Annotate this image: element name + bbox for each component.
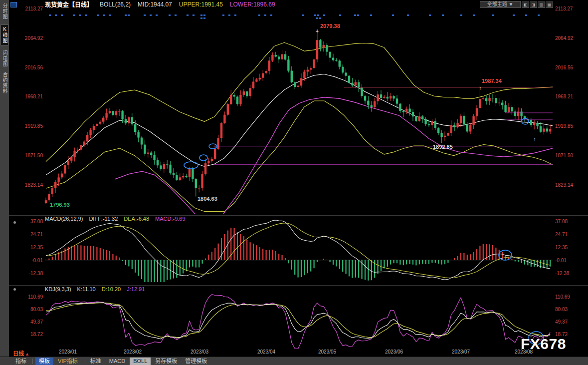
y-axis-label: 1823.14 [14,182,43,188]
svg-text:1796.93: 1796.93 [50,202,70,208]
chart-type-sidebar: 分时图 K线图 闪电图 合约资料 [0,0,9,365]
period-label: 日线 [13,351,24,357]
boll-lower-value: LOWER:1896.69 [230,1,275,8]
macd-axis-label: -0.01 [14,258,43,263]
kdj-axis-label: 49.37 [555,319,584,325]
period-up-icon: ▲ [25,352,29,357]
macd-axis-label: 12.35 [14,245,43,250]
tab-save-template[interactable]: 另存模板 [152,358,181,365]
y-axis-label: 2064.92 [555,35,584,41]
macd-header: MACD(26,12,9) DIFF:-11.32 DEA:-6.48 MACD… [45,216,186,222]
window-layout-icon-1[interactable]: ◧ [522,1,529,8]
y-axis-label: 1968.21 [14,94,43,99]
topbar: 现货黄金【日线】 BOLL(26,2) MID:1944.07 UPPER:19… [45,0,275,8]
y-axis-label: 1823.14 [555,182,584,188]
annotation-overlay: +↑↑2079.381987.341892.851796.931804.63 [49,14,553,345]
boll-upper-value: UPPER:1991.45 [179,1,223,8]
x-axis-label: 2023/05 [318,349,336,355]
kdj-header: KDJ(9,3,3) K:11.10 D:10.20 J:12.91 [45,286,145,292]
boll-settings-label: BOLL(26,2) [100,1,131,8]
y-axis-label: 1871.50 [555,153,584,158]
x-axis-label: 2023/01 [59,349,77,355]
macd-axis-label: 24.71 [555,232,584,237]
macd-axis-label: 12.35 [555,245,584,250]
panel-collapse-handle[interactable] [13,221,16,224]
svg-text:1987.34: 1987.34 [482,78,502,84]
main-price-panel [45,29,553,227]
watermark: FX678 [521,336,566,353]
kdj-axis-label: 110.69 [555,294,584,300]
svg-text:1892.85: 1892.85 [433,144,453,150]
period-selector[interactable]: 日线▲ [13,349,29,357]
kdj-k-value: K:11.10 [77,286,96,292]
tab-standard[interactable]: 标准 [87,358,105,365]
kdj-j-value: J:12.91 [127,286,145,292]
sidebar-item-lightning-chart[interactable]: 闪电图 [1,50,8,67]
tab-templates[interactable]: 模板 [35,358,53,365]
macd-macd-value: MACD:-9.69 [155,216,186,222]
tab-boll[interactable]: BOLL [130,358,151,365]
kdj-panel [46,295,550,349]
y-axis-label: 2113.27 [555,6,584,11]
y-axis-label: 2113.27 [14,6,43,11]
x-axis-label: 2023/06 [385,349,403,355]
svg-text:2079.38: 2079.38 [320,23,340,29]
theme-dropdown[interactable]: 全部主题 ▼ [480,1,521,8]
chart-canvas[interactable]: +↑↑2079.381987.341892.851796.931804.63 [0,0,588,365]
tab-indicators[interactable]: 指标 [12,358,30,365]
y-axis-label: 2016.56 [555,65,584,70]
macd-settings-label: MACD(26,12,9) [45,216,83,222]
window-layout-icon-4[interactable]: ▦ [546,1,553,8]
x-axis-label: 2023/04 [257,349,275,355]
kdj-axis-label: 49.37 [14,319,43,325]
kdj-d-value: D:10.20 [102,286,121,292]
y-axis-label: 2064.92 [14,35,43,41]
boll-mid-value: MID:1944.07 [138,1,172,8]
x-axis-label: 2023/07 [452,349,470,355]
macd-panel [45,220,553,285]
y-axis-label: 1919.85 [14,123,43,129]
kdj-settings-label: KDJ(9,3,3) [45,286,71,292]
tab-macd[interactable]: MACD [106,358,129,365]
macd-axis-label: -12.38 [14,271,43,276]
toolbar-divider [32,359,33,364]
macd-axis-label: -0.01 [555,258,584,263]
macd-dea-value: DEA:-6.48 [124,216,149,222]
macd-axis-label: 37.08 [555,219,584,224]
symbol-label: 现货黄金【日线】 [45,0,93,8]
tab-vip-indicators[interactable]: VIP指标 [54,358,81,365]
y-axis-label: 2016.56 [14,65,43,70]
svg-text:↑: ↑ [534,136,536,142]
tab-manage-template[interactable]: 管理模板 [182,358,210,365]
svg-text:↑: ↑ [479,85,482,91]
sidebar-item-time-chart[interactable]: 分时图 [1,3,8,19]
y-axis-label: 1968.21 [555,94,584,99]
y-axis-label: 1871.50 [14,153,43,158]
sidebar-item-contract-info[interactable]: 合约资料 [1,72,8,94]
macd-axis-label: 24.71 [14,232,43,237]
kdj-axis-label: 80.03 [14,307,43,312]
y-axis-label: 1919.85 [555,123,584,129]
macd-diff-value: DIFF:-11.32 [89,216,118,222]
mini-chart-icon[interactable] [10,2,17,7]
indicator-toolbar: 指标 模板 VIP指标 标准 MACD BOLL 另存模板 管理模板 [0,357,588,365]
kdj-axis-label: 80.03 [555,307,584,312]
window-layout-icon-3[interactable]: ▥ [538,1,545,8]
panel-separator[interactable] [9,285,588,286]
panel-collapse-handle[interactable] [13,288,16,291]
x-axis-label: 2023/03 [191,349,208,355]
kdj-axis-label: 18.72 [14,332,43,337]
kdj-axis-label: 110.69 [14,294,43,300]
window-layout-icon-2[interactable]: ◨ [530,1,537,8]
macd-axis-label: -12.38 [555,271,584,276]
x-axis-label: 2023/02 [124,349,142,355]
toolbar-divider [84,359,84,364]
svg-text:1804.63: 1804.63 [197,196,217,202]
svg-text:+: + [316,28,319,34]
sidebar-item-kline-chart[interactable]: K线图 [0,24,8,45]
macd-axis-label: 37.08 [14,219,43,224]
